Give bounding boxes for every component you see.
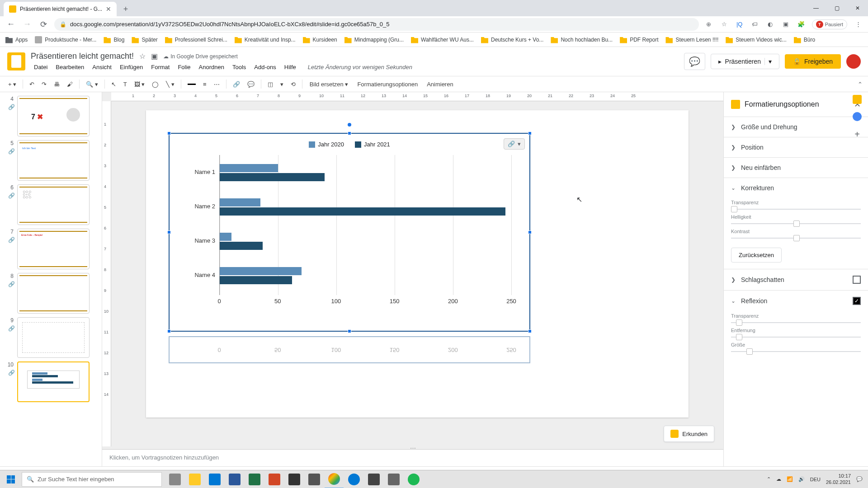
document-title[interactable]: Präsentieren leicht gemacht!: [31, 52, 134, 61]
taskbar-search[interactable]: 🔍 Zur Suche Text hier eingeben: [22, 472, 162, 487]
slide-thumb-6[interactable]: ▢ ▢ ▢▢ ○ ▢▢ ▢ ▢: [17, 184, 90, 225]
present-button[interactable]: ▸ Präsentieren ▾: [711, 54, 779, 69]
reload-button[interactable]: ⟳: [38, 19, 49, 30]
menu-hilfe[interactable]: Hilfe: [281, 63, 299, 71]
menu-format[interactable]: Format: [148, 63, 173, 71]
app-icon[interactable]: [364, 470, 383, 488]
task-view-icon[interactable]: [165, 470, 184, 488]
new-tab-button[interactable]: +: [119, 3, 132, 15]
replace-image-button[interactable]: Bild ersetzen ▾: [306, 79, 352, 89]
profile-pause-badge[interactable]: TPausiert: [812, 19, 847, 29]
avatar[interactable]: [846, 54, 861, 69]
paint-button[interactable]: 🖌: [64, 79, 75, 89]
explore-button[interactable]: Erkunden: [664, 426, 714, 442]
new-slide-button[interactable]: + ▾: [5, 79, 19, 89]
tasks-icon[interactable]: [853, 112, 862, 121]
section-size[interactable]: ❯Größe und Drehung: [731, 123, 861, 131]
resize-handle[interactable]: [528, 131, 532, 135]
crop-button[interactable]: ◫: [265, 79, 276, 89]
notifications-icon[interactable]: 💬: [856, 476, 863, 482]
shape-tool[interactable]: ◯: [149, 79, 161, 89]
section-recolor[interactable]: ❯Neu einfärben: [731, 164, 861, 171]
word-icon[interactable]: [225, 470, 244, 488]
slide-canvas[interactable]: 🔗 ▾ Jahr 2020Jahr 2021 Name 1Name 2Name …: [111, 101, 723, 446]
tray-chevron-icon[interactable]: ⌃: [767, 476, 771, 482]
bookmark-item[interactable]: Professionell Schrei...: [165, 36, 227, 43]
resize-handle[interactable]: [167, 329, 171, 333]
back-button[interactable]: ←: [5, 19, 16, 30]
refl-size-slider[interactable]: [731, 351, 861, 352]
slide-thumb-4[interactable]: 7 ✖: [17, 96, 90, 136]
extension-icon[interactable]: ◐: [766, 20, 775, 29]
select-tool[interactable]: ↖: [108, 79, 119, 89]
link-button[interactable]: 🔗: [230, 79, 243, 89]
bookmark-star-icon[interactable]: ☆: [720, 20, 729, 29]
bookmark-item[interactable]: Produktsuche - Mer...: [35, 36, 96, 43]
chart-object[interactable]: 🔗 ▾ Jahr 2020Jahr 2021 Name 1Name 2Name …: [169, 133, 530, 332]
zoom-button[interactable]: 🔍 ▾: [83, 79, 101, 89]
reflection-checkbox[interactable]: ✓: [853, 297, 861, 305]
slide-thumb-7[interactable]: Erste Folie – Beispiel: [17, 229, 90, 269]
menu-addons[interactable]: Add-ons: [251, 63, 279, 71]
chart-link-icon[interactable]: 🔗 ▾: [504, 138, 525, 150]
resize-handle[interactable]: [167, 230, 171, 234]
section-position[interactable]: ❯Position: [731, 144, 861, 151]
redo-button[interactable]: ↷: [39, 79, 49, 89]
slide-thumb-8[interactable]: [17, 273, 90, 314]
format-options-button[interactable]: Formatierungsoptionen: [354, 79, 421, 89]
bookmark-item[interactable]: Mindmapping (Gru...: [344, 36, 404, 43]
bookmark-item[interactable]: PDF Report: [620, 36, 658, 43]
speaker-notes[interactable]: Klicken, um Vortragsnotizen hinzuzufügen: [102, 449, 723, 466]
bookmark-item[interactable]: Kreativität und Insp...: [235, 36, 296, 43]
bookmark-item[interactable]: Noch hochladen Bu...: [551, 36, 613, 43]
url-input[interactable]: 🔒 docs.google.com/presentation/d/1yV372S…: [54, 18, 699, 31]
border-color[interactable]: [185, 82, 198, 87]
menu-folie[interactable]: Folie: [175, 63, 193, 71]
transparency-slider[interactable]: [731, 209, 861, 210]
bookmark-item[interactable]: Deutsche Kurs + Vo...: [481, 36, 543, 43]
bookmark-item[interactable]: Blog: [104, 36, 124, 43]
mask-button[interactable]: ▾: [278, 79, 286, 89]
refl-transparency-slider[interactable]: [731, 322, 861, 323]
explorer-icon[interactable]: [185, 470, 204, 488]
line-tool[interactable]: ╲ ▾: [163, 79, 177, 89]
bookmark-item[interactable]: Wahlfächer WU Aus...: [411, 36, 474, 43]
last-edit[interactable]: Letzte Änderung vor wenigen Sekunden: [305, 63, 415, 71]
bookmark-item[interactable]: Später: [132, 36, 157, 43]
bookmark-item[interactable]: Steuern Lesen !!!!: [665, 36, 718, 43]
minimize-button[interactable]: —: [806, 0, 826, 16]
apps-button[interactable]: Apps: [5, 36, 28, 43]
brightness-slider[interactable]: [731, 223, 861, 224]
app-icon[interactable]: [285, 470, 304, 488]
print-button[interactable]: 🖶: [51, 79, 62, 89]
animate-button[interactable]: Animieren: [423, 79, 457, 89]
border-dash[interactable]: ⋯: [211, 79, 222, 89]
slides-logo[interactable]: [7, 52, 25, 70]
menu-datei[interactable]: Datei: [31, 63, 51, 71]
bookmark-item[interactable]: Steuern Videos wic...: [726, 36, 787, 43]
edge-icon[interactable]: [205, 470, 224, 488]
slide-thumb-10[interactable]: [17, 361, 90, 402]
section-reflection[interactable]: ⌄Reflexion✓: [731, 297, 861, 305]
language-indicator[interactable]: DEU: [810, 477, 821, 482]
slide-thumb-5[interactable]: Ich bin Text: [17, 140, 90, 181]
reset-button[interactable]: Zurücksetzen: [731, 248, 782, 263]
move-icon[interactable]: ▣: [151, 52, 158, 61]
forward-button[interactable]: →: [22, 19, 33, 30]
resize-handle[interactable]: [348, 131, 351, 135]
menu-icon[interactable]: ⋮: [854, 20, 863, 29]
resize-handle[interactable]: [528, 230, 532, 234]
onedrive-icon[interactable]: ☁: [776, 476, 781, 482]
clock[interactable]: 10:1726.02.2021: [826, 473, 851, 485]
close-tab-icon[interactable]: ✕: [106, 5, 111, 13]
volume-icon[interactable]: 🔊: [798, 476, 805, 482]
spotify-icon[interactable]: [404, 470, 423, 488]
slide-thumbnails[interactable]: 4🔗7 ✖ 5🔗Ich bin Text 6🔗▢ ▢ ▢▢ ○ ▢▢ ▢ ▢ 7…: [0, 92, 102, 466]
resize-handle[interactable]: [348, 329, 351, 333]
app-icon[interactable]: [305, 470, 324, 488]
reset-image-button[interactable]: ⟲: [288, 79, 298, 89]
resize-handle[interactable]: [167, 131, 171, 135]
extension-icon[interactable]: ▣: [781, 20, 790, 29]
shadow-checkbox[interactable]: [853, 276, 861, 284]
undo-button[interactable]: ↶: [27, 79, 37, 89]
